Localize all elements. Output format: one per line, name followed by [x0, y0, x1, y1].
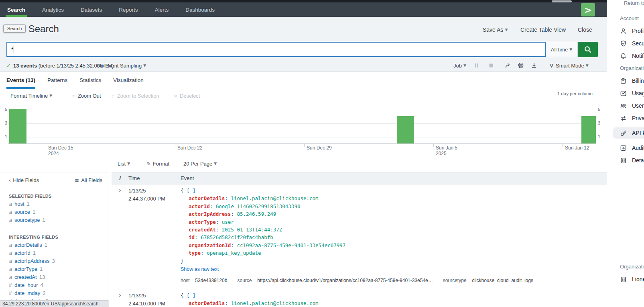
gridline — [8, 110, 596, 110]
cloud-menu-item-api-keys[interactable]: API keys — [613, 127, 644, 139]
field-name[interactable]: sourcetype — [14, 217, 40, 223]
time-range-picker[interactable]: All time▼ — [546, 42, 578, 57]
print-icon[interactable] — [518, 62, 525, 70]
field-name[interactable]: actorType — [14, 266, 37, 272]
field-name[interactable]: date_hour — [14, 282, 38, 288]
show-raw-text-link[interactable]: Show as raw text — [181, 266, 607, 273]
close-button[interactable]: Close — [578, 27, 592, 33]
all-fields-button[interactable]: ≡All Fields — [75, 177, 102, 183]
timeline-bar-2025-01-13[interactable] — [581, 116, 596, 143]
pencil-icon: ✎ — [146, 161, 151, 167]
cloud-menu-item-audit[interactable]: Audit — [620, 145, 644, 151]
cloud-menu-item-users[interactable]: Users — [620, 102, 644, 109]
cloud-menu-item-details[interactable]: Details — [620, 157, 644, 164]
cloud-menu-item-profile[interactable]: Profile — [620, 28, 644, 34]
cloud-menu-item-notifications[interactable]: Notifications — [620, 53, 644, 59]
nav-item-dashboards[interactable]: Dashboards — [185, 2, 215, 17]
field-name[interactable]: date_mday — [14, 290, 40, 296]
chevron-down-icon: ▼ — [463, 63, 466, 68]
timeline-bar-2025-01-03[interactable] — [397, 116, 414, 143]
event-column-header: Event — [181, 175, 607, 181]
search-mode-menu[interactable]: Smart Mode▼ — [549, 63, 589, 69]
search-input[interactable]: * — [6, 42, 546, 57]
timeline-bar-2024-12-13[interactable] — [9, 109, 26, 143]
save-as-button[interactable]: Save As▼ — [483, 27, 508, 33]
job-menu[interactable]: Job▼ — [453, 63, 466, 69]
cloud-menu-item-lionel[interactable]: Lionel — [620, 276, 644, 282]
plus-icon: + — [111, 93, 115, 99]
hide-fields-button[interactable]: ‹Hide Fields — [9, 177, 39, 183]
nav-item-analytics[interactable]: Analytics — [42, 2, 64, 17]
y-axis-label-right: 5 — [598, 107, 604, 112]
bulb-icon — [549, 63, 554, 69]
event-sampling-menu[interactable]: No Event Sampling▼ — [97, 63, 146, 69]
json-pair: createdAt: 2025-01-13T14:44:37Z — [181, 226, 607, 233]
zoom-out-button[interactable]: −Zoom Out — [71, 93, 101, 99]
field-type-icon: a — [9, 258, 14, 264]
export-download-icon[interactable] — [531, 62, 538, 70]
expand-event-icon[interactable]: › — [119, 187, 121, 194]
field-name[interactable]: actorDetails — [14, 242, 42, 248]
cloud-menu-item-security[interactable]: Security — [620, 40, 644, 47]
zoom-to-selection-button[interactable]: +Zoom to Selection — [111, 93, 159, 99]
field-source[interactable]: asource1 — [9, 209, 102, 217]
interesting-fields-title: INTERESTING FIELDS — [9, 235, 102, 239]
nav-item-alerts[interactable]: Alerts — [155, 2, 169, 17]
create-table-view-button[interactable]: Create Table View — [520, 27, 566, 33]
meta-host[interactable]: host = 53de4339120b — [181, 277, 227, 284]
field-name[interactable]: host — [14, 201, 24, 207]
per-page-menu[interactable]: 20 Per Page▼ — [183, 161, 217, 167]
stop-job-icon[interactable] — [488, 62, 495, 70]
field-actorIpAddress[interactable]: aactorIpAddress3 — [9, 258, 102, 266]
format-timeline-menu[interactable]: Format Timeline▼ — [10, 93, 52, 99]
expand-event-icon[interactable]: › — [119, 292, 121, 299]
field-count: 13 — [39, 274, 45, 280]
collapse-json-link[interactable]: [-] — [187, 188, 196, 194]
nav-item-datasets[interactable]: Datasets — [81, 2, 102, 17]
field-sourcetype[interactable]: asourcetype1 — [9, 217, 102, 225]
field-createdAt[interactable]: acreatedAt13 — [9, 274, 102, 282]
field-actorType[interactable]: aactorType1 — [9, 266, 102, 274]
format-results-button[interactable]: ✎Format — [146, 161, 169, 167]
minus-icon: − — [71, 93, 76, 99]
list-view-menu[interactable]: List▼ — [118, 161, 130, 167]
nav-item-search[interactable]: Search — [7, 2, 25, 17]
field-count: 1 — [40, 266, 43, 272]
tab-patterns[interactable]: Patterns — [47, 72, 67, 89]
search-button[interactable] — [578, 42, 598, 57]
field-name[interactable]: source — [14, 209, 30, 215]
interesting-fields-list: aactorDetails1aactorId1aactorIpAddress3a… — [9, 242, 102, 306]
app-window: SearchAnalyticsDatasetsReportsAlertsDash… — [0, 0, 644, 307]
cloud-menu-item-label: Private endpoints — [632, 115, 644, 121]
nav-item-reports[interactable]: Reports — [119, 2, 138, 17]
tab-statistics[interactable]: Statistics — [79, 72, 101, 89]
field-name[interactable]: actorId — [14, 250, 30, 256]
field-actorDetails[interactable]: aactorDetails1 — [9, 242, 102, 250]
field-date_mday[interactable]: #date_mday2 — [9, 290, 102, 298]
chevron-down-icon: ▼ — [586, 63, 589, 68]
meta-source[interactable]: source = https://api.clickhouse.cloud/v1… — [232, 277, 433, 284]
tab-events-13-[interactable]: Events (13) — [6, 72, 35, 89]
pause-job-icon[interactable] — [473, 62, 481, 70]
y-axis-label-right: 1 — [598, 134, 604, 139]
info-column-header: i — [112, 175, 128, 181]
return-to-link[interactable]: Return to — [624, 0, 644, 6]
share-icon[interactable] — [505, 62, 512, 70]
cloud-menu-item-billing[interactable]: Billing — [620, 78, 644, 84]
field-actorId[interactable]: aactorId1 — [9, 250, 102, 258]
tab-visualization[interactable]: Visualization — [113, 72, 144, 89]
timeline-plot-area[interactable] — [8, 103, 596, 144]
meta-sourcetype[interactable]: sourcetype = clickhouse_cloud_audit_logs — [438, 277, 533, 284]
cloud-menu-item-label: Audit — [632, 145, 644, 151]
cloud-menu-item-usage[interactable]: Usage — [620, 90, 644, 96]
field-host[interactable]: ahost1 — [9, 201, 102, 209]
chevron-down-icon: ▼ — [505, 28, 508, 32]
field-date_hour[interactable]: #date_hour4 — [9, 282, 102, 290]
collapse-json-link[interactable]: [-] — [187, 293, 196, 299]
deselect-button[interactable]: ×Deselect — [173, 93, 200, 99]
field-name[interactable]: createdAt — [14, 274, 37, 280]
cloud-menu-item-private-endpoints[interactable]: Private endpoints — [620, 115, 644, 121]
splunk-logo-icon[interactable]: > — [581, 3, 595, 16]
field-type-icon: # — [9, 290, 14, 296]
field-name[interactable]: actorIpAddress — [14, 258, 49, 264]
